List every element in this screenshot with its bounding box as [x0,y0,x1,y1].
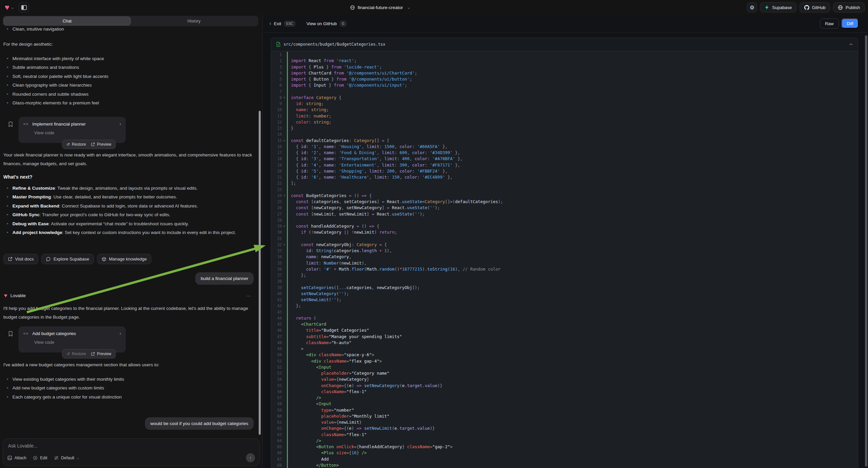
supabase-button[interactable]: Supabase [760,2,797,12]
exit-button[interactable]: Exit [274,21,281,26]
assistant-paragraph: Your sleek financial planner is now read… [3,151,253,168]
fold-chevron-icon[interactable]: ∨ [282,223,287,229]
logo-chevron-down-icon[interactable]: ⌄ [11,5,14,10]
fold-spacer [282,407,287,413]
globe-icon [350,5,355,10]
chat-composer[interactable]: Ask Lovable... Attach Edit [3,438,260,466]
project-switcher[interactable]: financial-future-creator ⌄ [350,0,410,15]
chat-panel: Chat History Clean, intuitive navigation… [0,15,262,468]
list-item: Glass-morphic elements for a premium fee… [3,99,258,108]
select-target-icon [33,456,38,460]
restore-button[interactable]: ↺ Restore [66,142,86,147]
suggestion-actions: Visit docs Explore Supabase Manage knowl… [3,254,258,264]
list-item: Clean, intuitive navigation [3,25,258,34]
view-code-link[interactable]: View code [34,130,121,135]
version-card-add-budget-categories[interactable]: <> Add budget categories › View code [19,326,126,352]
fold-chevron-icon[interactable]: ∨ [282,138,287,144]
code-line: 56 className="flex-1" [271,389,858,395]
code-line: 10 name: string; [271,107,858,113]
list-item: Each category gets a unique color for vi… [3,393,258,402]
view-code-link[interactable]: View code [34,340,121,345]
message-menu-icon[interactable]: ⋯ [246,293,252,298]
tab-chat[interactable]: Chat [4,17,130,25]
bookmark-icon[interactable] [8,121,13,127]
view-on-github-button[interactable]: View on GitHub [307,21,337,26]
code-line: 22]; [271,180,858,186]
line-number: 35 [271,260,282,266]
fold-spacer [282,364,287,370]
manage-knowledge-button[interactable]: Manage knowledge [97,254,152,264]
line-number: 3 [271,64,282,70]
fold-spacer [282,82,287,88]
fold-spacer [282,174,287,180]
bookmark-icon[interactable] [8,331,13,337]
mode-selector[interactable]: Default ⌄ [54,456,80,460]
tab-history[interactable]: History [130,17,257,25]
code-line: 13} [271,125,858,131]
line-number: 8 [271,95,282,101]
fold-chevron-icon[interactable]: ∨ [282,193,287,199]
attach-button[interactable]: Attach [7,456,26,460]
chat-scrollbar[interactable] [259,111,261,435]
lovable-logo-icon[interactable]: ♥ [5,3,9,11]
preview-button[interactable]: Preview [91,142,112,147]
fold-spacer [282,248,287,254]
explore-supabase-button[interactable]: Explore Supabase [41,254,94,264]
fold-chevron-icon[interactable]: ∨ [282,242,287,248]
version-card-implement-financial-planner[interactable]: <> Implement financial planner › View co… [19,117,126,143]
code-line: 24∨const BudgetCategories = () => { [271,193,858,199]
code-line: 9 id: string; [271,101,858,107]
fold-spacer [282,131,287,137]
edit-button[interactable]: Edit [33,456,47,460]
version-card-block: <> Implement financial planner › View co… [0,116,262,151]
fold-spacer [282,358,287,364]
restore-button[interactable]: ↺ Restore [66,351,86,356]
g-kbd-badge: G [340,21,347,27]
file-header[interactable]: src/components/budget/BudgetCategories.t… [271,38,858,51]
list-item: GitHub Sync: Transfer your project's cod… [3,210,252,219]
code-line: 17 { id: '2', name: 'Food & Dining', lim… [271,150,858,156]
assistant-name: Lovable [10,293,26,298]
fold-spacer [282,438,287,444]
line-number: 41 [271,297,282,303]
restore-icon: ↺ [66,351,70,356]
code-line: 62 onChange={(e) => setNewLimit(e.target… [271,426,858,431]
code-viewer-header: ‹ Exit esc View on GitHub G Raw Diff [263,15,868,33]
file-path: src/components/budget/BudgetCategories.t… [283,42,385,47]
fold-spacer [282,144,287,150]
send-button[interactable]: ↑ [246,453,255,462]
fold-spacer [282,346,287,352]
code-line: 7 [271,89,858,95]
github-button[interactable]: GitHub [800,2,830,12]
code-line: 68 </Button> [271,462,858,468]
fold-spacer [282,229,287,235]
sidebar-toggle-button[interactable] [19,2,29,12]
line-number: 32 [271,242,282,248]
collapse-chevron-up-icon[interactable] [849,42,853,47]
line-number: 34 [271,254,282,260]
line-number: 68 [271,462,282,468]
line-number: 65 [271,444,282,450]
code-line: 34 name: newCategory, [271,254,858,260]
visit-docs-button[interactable]: Visit docs [3,254,38,264]
fold-chevron-icon[interactable]: ∨ [282,95,287,101]
publish-button[interactable]: Publish [833,2,865,12]
fold-spacer [282,309,287,315]
code-line: 15∨const defaultCategories: Category[] =… [271,138,858,144]
code-line: 14 [271,131,858,137]
code-line: 64 /> [271,438,858,444]
line-number: 4 [271,70,282,76]
code-line: 25 const [categories, setCategories] = R… [271,199,858,205]
fold-spacer [282,426,287,431]
line-number: 16 [271,144,282,150]
line-number: 20 [271,168,282,174]
diff-toggle-button[interactable]: Diff [841,19,859,29]
settings-button[interactable]: ⚙ [747,2,757,12]
code-line: 54 value={newCategory} [271,376,858,382]
preview-button[interactable]: Preview [91,351,112,356]
raw-toggle-button[interactable]: Raw [820,19,839,29]
code-line: 55 onChange={(e) => setNewCategory(e.tar… [271,383,858,389]
code-line: 65 <Button onClick={handleAddCategory} c… [271,444,858,450]
assistant-added-paragraph: I've added a new budget categories manag… [3,360,258,369]
code-scrollbar[interactable] [865,35,867,467]
